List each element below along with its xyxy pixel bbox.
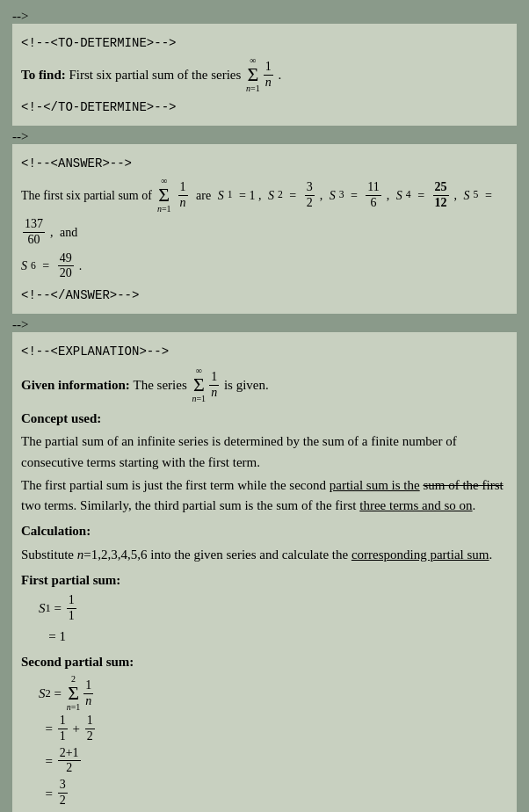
first-partial-label: First partial sum:	[21, 570, 508, 591]
concept-text2: The first partial sum is just the first …	[21, 475, 508, 517]
to-find-line: To find: First six partial sum of the se…	[21, 56, 508, 93]
frac-1-n-tofind: 1 n	[264, 60, 273, 91]
frac-1-n-answer: 1 n	[178, 180, 188, 211]
answer-are: are	[193, 186, 214, 205]
comment-to-determine-open: <!--<TO-DETERMINE>-->	[21, 34, 508, 53]
sigma-sum-given: ∞ Σ n=1	[192, 366, 206, 403]
frac-s1: 1 1	[67, 593, 76, 624]
calculation-label: Calculation:	[21, 521, 508, 541]
frac-1-n-given: 1 n	[209, 370, 219, 401]
comment-explanation-open: <!--<EXPLANATION>-->	[21, 343, 508, 361]
s1-result: = 1	[39, 626, 508, 647]
given-info-text: The series	[134, 374, 187, 395]
frac-25-12: 25 12	[433, 180, 449, 211]
period-tofind: .	[275, 64, 282, 85]
s2-expand: = 1 1 + 1 2	[39, 714, 508, 744]
given-info-line: Given information: The series ∞ Σ n=1 1 …	[21, 366, 508, 403]
s6-line: S6 = 49 20 .	[21, 251, 508, 282]
s2-step2: = 2+1 2	[39, 746, 508, 777]
given-info-label: Given information:	[21, 374, 130, 395]
frac-1-n-s2: 1 n	[83, 678, 93, 709]
frac-137-60: 137 60	[23, 217, 45, 248]
answer-section: <!--<ANSWER>--> The first six partial su…	[12, 144, 517, 314]
answer-line: The first six partial sum of ∞ Σ n=1 1 n…	[21, 177, 508, 248]
frac-3-2-s2: 3 2	[58, 778, 68, 808]
sigma-sum-answer: ∞ Σ n=1	[157, 177, 171, 214]
comment-answer-close: <!--</ANSWER>-->	[21, 286, 508, 305]
and-text: and	[60, 223, 77, 242]
s2-result: = 3 2	[39, 778, 508, 808]
to-determine-section: <!--<TO-DETERMINE>--> To find: First six…	[12, 24, 517, 126]
frac-1-1-s2: 1 1	[58, 714, 68, 744]
calc-text: Substitute n=1,2,3,4,5,6 into the given …	[21, 545, 508, 565]
to-find-text: First six partial sum of the series	[69, 64, 241, 85]
frac-1-2-s2: 1 2	[85, 714, 95, 744]
s1-label: S	[218, 186, 224, 205]
s1-formula: S1 = 1 1	[39, 593, 508, 624]
concept-label: Concept used:	[21, 409, 508, 429]
s2-formula-sigma: S2 = 2 Σ n=1 1 n	[39, 675, 508, 712]
to-find-label: To find:	[21, 64, 66, 85]
frac-3-2: 3 2	[305, 180, 315, 211]
comment-to-determine-close: <!-</TO-DETERMINE>-->	[21, 98, 508, 117]
frac-2plus1-2: 2+1 2	[58, 746, 81, 777]
concept-text1: The partial sum of an infinite series is…	[21, 431, 508, 473]
answer-intro-text: The first six partial sum of	[21, 186, 152, 205]
second-partial-label: Second partial sum:	[21, 652, 508, 672]
frac-11-6: 11 6	[366, 180, 380, 211]
frac-49-20: 49 20	[58, 251, 74, 282]
given-info-suffix: is given.	[221, 374, 269, 395]
comment-answer-open: <!--<ANSWER>-->	[21, 155, 508, 173]
explanation-section: <!--<EXPLANATION>--> Given information: …	[12, 332, 517, 812]
sigma-s2: 2 Σ n=1	[67, 675, 81, 712]
sigma-sum-tofind: ∞ Σ n=1	[246, 56, 260, 93]
